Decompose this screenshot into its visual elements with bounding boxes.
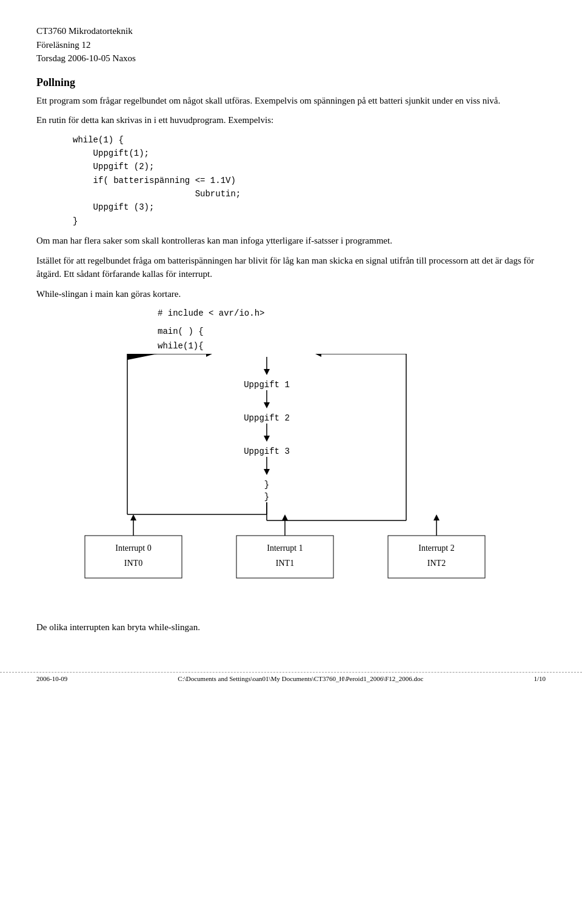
svg-text:INT2: INT2 (427, 559, 446, 568)
footer-date: 2006-10-09 (36, 675, 67, 682)
section-heading: Pollning (36, 76, 546, 89)
code1-line5: Subrutin; (73, 187, 546, 201)
svg-text:Uppgift 2: Uppgift 2 (244, 413, 290, 423)
footer: 2006-10-09 C:\Documents and Settings\oan… (0, 672, 582, 682)
svg-text:Uppgift 1: Uppgift 1 (244, 380, 290, 390)
code1-line7: } (73, 214, 546, 228)
svg-marker-29 (130, 514, 136, 520)
footer-page: 1/10 (534, 675, 546, 682)
footer-path: C:\Documents and Settings\oan01\My Docum… (178, 675, 423, 682)
svg-marker-16 (127, 354, 158, 360)
code-block-1: while(1) { Uppgift(1); Uppgift (2); if( … (73, 133, 546, 228)
svg-text:.: . (133, 599, 134, 599)
header-line2: Föreläsning 12 (36, 38, 546, 52)
diagram-svg: Uppgift 1 Uppgift 2 Uppgift 3 } } (79, 354, 503, 608)
code1-line3: Uppgift (2); (73, 160, 546, 173)
code2-main: main( ) { (158, 327, 204, 336)
svg-marker-39 (433, 514, 440, 520)
svg-marker-34 (282, 514, 288, 520)
header-line1: CT3760 Mikrodatorteknik (36, 24, 546, 38)
svg-marker-10 (264, 469, 270, 475)
code1-line4: if( batterispänning <= 1.1V) (73, 174, 546, 187)
svg-text:INT0: INT0 (124, 559, 142, 568)
para2: En rutin för detta kan skrivas in i ett … (36, 113, 546, 127)
svg-marker-1 (264, 369, 270, 375)
svg-marker-4 (264, 402, 270, 408)
para1: Ett program som frågar regelbundet om nå… (36, 94, 546, 108)
svg-text:Interrupt 0: Interrupt 0 (115, 543, 151, 553)
svg-rect-24 (85, 536, 182, 578)
para3: Om man har flera saker som skall kontrol… (36, 234, 546, 248)
svg-text:Interrupt 1: Interrupt 1 (267, 543, 303, 553)
code2-include: # include < avr/io.h> (158, 307, 503, 321)
para-final: De olika interrupten kan bryta while-sli… (36, 620, 546, 634)
page: CT3760 Mikrodatorteknik Föreläsning 12 T… (0, 0, 582, 688)
code2-while: while(1){ (158, 341, 204, 351)
svg-text:}: } (264, 492, 269, 502)
svg-marker-7 (264, 436, 270, 442)
code1-line6: Uppgift (3); (73, 201, 546, 214)
para4: Istället för att regelbundet fråga om ba… (36, 254, 546, 281)
svg-text:Uppgift 3: Uppgift 3 (244, 447, 290, 456)
svg-marker-23 (315, 354, 321, 357)
code1-line2: Uppgift(1); (73, 147, 546, 160)
svg-rect-30 (236, 536, 333, 578)
para5: While-slingan i main kan göras kortare. (36, 287, 546, 301)
code1-line1: while(1) { (73, 133, 546, 147)
svg-text:}: } (264, 480, 269, 490)
svg-text:INT1: INT1 (276, 559, 294, 568)
header: CT3760 Mikrodatorteknik Föreläsning 12 T… (36, 24, 546, 65)
svg-rect-35 (388, 536, 485, 578)
svg-marker-18 (206, 354, 212, 357)
svg-text:Interrupt 2: Interrupt 2 (418, 543, 454, 553)
header-line3: Torsdag 2006-10-05 Naxos (36, 52, 546, 65)
